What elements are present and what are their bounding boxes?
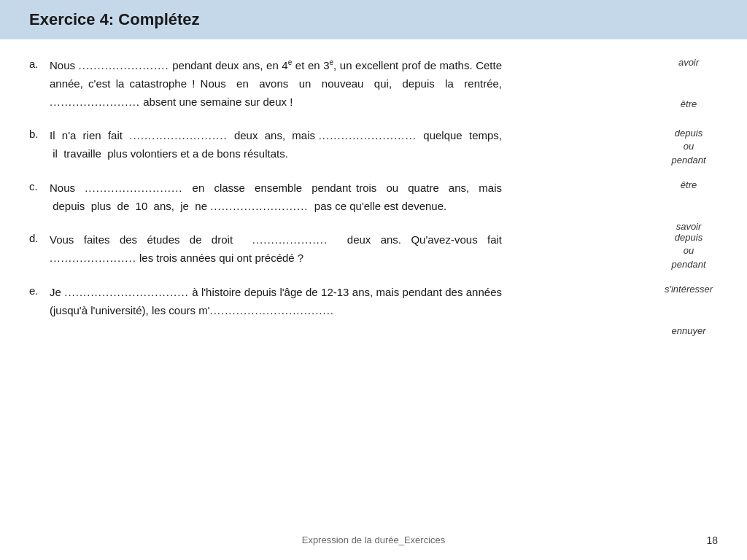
exercise-text-e: Je ................................. à l… [50,284,502,320]
hint-b: depuis ou pendant [659,127,718,167]
exercise-text-b: Il n'a rien fait .......................… [50,127,502,163]
exercise-item-e: e. Je ................................. … [29,284,718,320]
page-number: 18 [706,534,718,546]
exercise-label-d: d. [29,231,50,268]
hint-e: s'intéresser ennuyer [659,284,718,336]
hint-b-ou: ou [659,140,718,153]
hint-c-savoir: savoir [659,221,718,232]
hint-c: être savoir [659,179,718,232]
hint-d-pendant: pendant [659,258,718,271]
hint-b-depuis: depuis [659,127,718,140]
dots-c2: .......................... [210,200,308,212]
exercise-text-d: Vous faites des études de droit ........… [50,231,502,268]
header-bar: Exercice 4: Complétez [0,0,747,39]
footer: Expression de la durée_Exercices 18 [0,534,747,545]
hint-d-ou: ou [659,244,718,257]
dots-e2: ................................. [210,304,335,316]
hint-e-sinteresser: s'intéresser [659,284,718,295]
hint-e-ennuyer: ennuyer [659,325,718,336]
hint-c-etre: être [659,179,718,190]
exercise-label-a: a. [29,57,50,111]
dots-a1: ........................ [79,59,169,71]
page-title: Exercice 4: Complétez [29,10,200,28]
content-area: a. Nous ........................ pendant… [29,57,718,335]
exercise-item-b: b. Il n'a rien fait ....................… [29,127,718,163]
exercise-item-d: d. Vous faites des études de droit .....… [29,231,718,268]
exercise-label-e: e. [29,284,50,320]
exercise-label-b: b. [29,127,50,163]
exercise-label-c: c. [29,179,50,216]
dots-e1: ................................. [64,286,189,298]
dots-d2: ....................... [50,252,136,264]
dots-b2: .......................... [319,129,417,141]
exercise-item-c: c. Nous .......................... en cl… [29,179,718,216]
hint-a-etre: être [659,98,718,109]
dots-a2: ........................ [50,96,140,108]
dots-b1: .......................... [129,129,227,141]
page-container: Exercice 4: Complétez a. Nous ..........… [0,0,747,560]
dots-c1: .......................... [85,182,182,194]
hint-a: avoir être [659,57,718,109]
exercise-text-c: Nous .......................... en class… [50,179,502,216]
hint-d: depuis ou pendant [659,231,718,271]
exercise-item-a: a. Nous ........................ pendant… [29,57,718,111]
footer-text: Expression de la durée_Exercices [29,534,718,545]
dots-d1: .................... [252,233,328,246]
exercise-text-a: Nous ........................ pendant de… [50,57,502,111]
hint-d-depuis: depuis [659,231,718,244]
hint-b-pendant: pendant [659,154,718,167]
hint-a-avoir: avoir [659,57,718,68]
